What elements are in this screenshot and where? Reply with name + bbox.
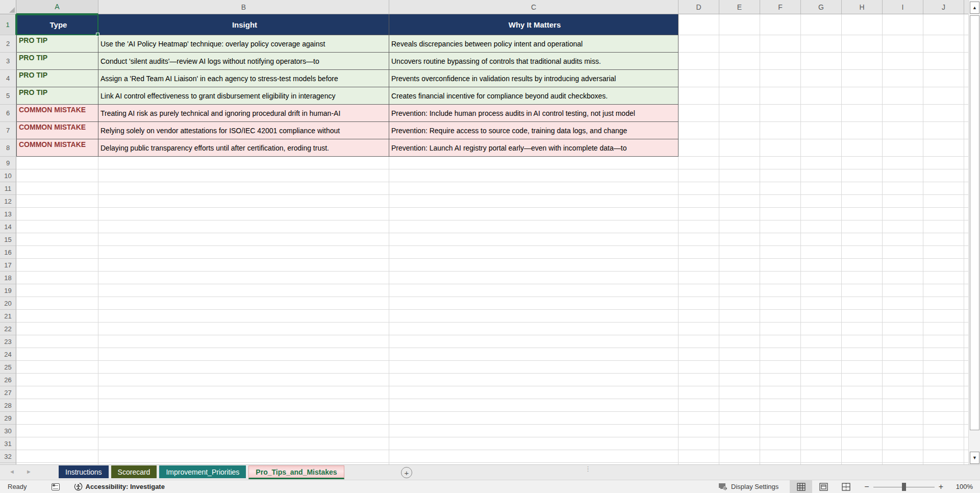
cell-K20[interactable]: [964, 297, 968, 310]
scroll-down-button[interactable]: ▼: [970, 452, 979, 464]
cell-G25[interactable]: [801, 361, 842, 374]
cell-F9[interactable]: [760, 157, 801, 169]
cell-E14[interactable]: [719, 220, 760, 233]
cell-D1[interactable]: [679, 14, 719, 35]
cell-I26[interactable]: [883, 374, 923, 386]
cell-A16[interactable]: [16, 246, 98, 259]
select-all-corner[interactable]: [0, 0, 16, 14]
cell-H32[interactable]: [842, 450, 883, 463]
cell-K5[interactable]: [964, 87, 968, 105]
cell-C23[interactable]: [389, 335, 679, 348]
cell-I18[interactable]: [883, 272, 923, 284]
cell-I30[interactable]: [883, 425, 923, 437]
cell-F16[interactable]: [760, 246, 801, 259]
cell-J7[interactable]: [923, 122, 964, 139]
cell-E22[interactable]: [719, 323, 760, 335]
cell-K8[interactable]: [964, 139, 968, 157]
cell-F28[interactable]: [760, 399, 801, 412]
cell-E1[interactable]: [719, 14, 760, 35]
cell-D20[interactable]: [679, 297, 719, 310]
cell-F15[interactable]: [760, 233, 801, 246]
cell-C21[interactable]: [389, 310, 679, 323]
cell-F32[interactable]: [760, 450, 801, 463]
cell-J11[interactable]: [923, 182, 964, 195]
cell-I28[interactable]: [883, 399, 923, 412]
cell-J26[interactable]: [923, 374, 964, 386]
cell-E5[interactable]: [719, 87, 760, 105]
cell-D30[interactable]: [679, 425, 719, 437]
cell-E12[interactable]: [719, 195, 760, 208]
cell-I2[interactable]: [883, 35, 923, 53]
cell-A15[interactable]: [16, 233, 98, 246]
cell-H9[interactable]: [842, 157, 883, 169]
cell-E17[interactable]: [719, 259, 760, 272]
cell-K14[interactable]: [964, 220, 968, 233]
cell-A26[interactable]: [16, 374, 98, 386]
cell-E15[interactable]: [719, 233, 760, 246]
cell-G18[interactable]: [801, 272, 842, 284]
cell-E24[interactable]: [719, 348, 760, 361]
cell-B12[interactable]: [98, 195, 389, 208]
cell-G12[interactable]: [801, 195, 842, 208]
cell-J24[interactable]: [923, 348, 964, 361]
row-header-25[interactable]: 25: [0, 361, 16, 374]
cell-I31[interactable]: [883, 437, 923, 450]
cell-D24[interactable]: [679, 348, 719, 361]
sheet-nav-left-icon[interactable]: ◄: [9, 469, 15, 475]
cell-H18[interactable]: [842, 272, 883, 284]
cell-F24[interactable]: [760, 348, 801, 361]
cell-C18[interactable]: [389, 272, 679, 284]
cell-F5[interactable]: [760, 87, 801, 105]
cell-A13[interactable]: [16, 208, 98, 220]
cell-E8[interactable]: [719, 139, 760, 157]
cell-I8[interactable]: [883, 139, 923, 157]
column-header-I[interactable]: I: [883, 0, 923, 14]
cell-G5[interactable]: [801, 87, 842, 105]
cell-B26[interactable]: [98, 374, 389, 386]
cell-C2[interactable]: Reveals discrepancies between policy int…: [389, 35, 679, 53]
cell-G1[interactable]: [801, 14, 842, 35]
cell-E10[interactable]: [719, 169, 760, 182]
cell-F30[interactable]: [760, 425, 801, 437]
cell-B7[interactable]: Relying solely on vendor attestations fo…: [98, 122, 389, 139]
cell-G6[interactable]: [801, 105, 842, 122]
sheet-nav-right-icon[interactable]: ►: [26, 469, 32, 475]
cell-I22[interactable]: [883, 323, 923, 335]
cell-K4[interactable]: [964, 70, 968, 87]
cell-C14[interactable]: [389, 220, 679, 233]
cell-H6[interactable]: [842, 105, 883, 122]
cell-D9[interactable]: [679, 157, 719, 169]
cell-D5[interactable]: [679, 87, 719, 105]
cell-A5[interactable]: PRO TIP: [16, 87, 98, 105]
cell-E11[interactable]: [719, 182, 760, 195]
cell-A11[interactable]: [16, 182, 98, 195]
cell-H24[interactable]: [842, 348, 883, 361]
column-header-J[interactable]: J: [923, 0, 964, 14]
row-header-16[interactable]: 16: [0, 246, 16, 259]
cell-H20[interactable]: [842, 297, 883, 310]
cell-C9[interactable]: [389, 157, 679, 169]
cell-G3[interactable]: [801, 53, 842, 70]
cell-I15[interactable]: [883, 233, 923, 246]
vertical-scroll-thumb[interactable]: [970, 15, 979, 430]
row-header-7[interactable]: 7: [0, 122, 16, 139]
row-header-11[interactable]: 11: [0, 182, 16, 195]
cell-I29[interactable]: [883, 412, 923, 425]
cell-E27[interactable]: [719, 386, 760, 399]
cell-F21[interactable]: [760, 310, 801, 323]
cell-C12[interactable]: [389, 195, 679, 208]
row-header-28[interactable]: 28: [0, 399, 16, 412]
cell-K15[interactable]: [964, 233, 968, 246]
cell-G10[interactable]: [801, 169, 842, 182]
cell-H14[interactable]: [842, 220, 883, 233]
cell-E18[interactable]: [719, 272, 760, 284]
cell-D7[interactable]: [679, 122, 719, 139]
cell-B16[interactable]: [98, 246, 389, 259]
cell-G13[interactable]: [801, 208, 842, 220]
cell-H27[interactable]: [842, 386, 883, 399]
cell-K7[interactable]: [964, 122, 968, 139]
cell-D27[interactable]: [679, 386, 719, 399]
cell-J17[interactable]: [923, 259, 964, 272]
scroll-up-button[interactable]: ▲: [970, 2, 979, 14]
macro-record-icon[interactable]: [52, 483, 60, 490]
